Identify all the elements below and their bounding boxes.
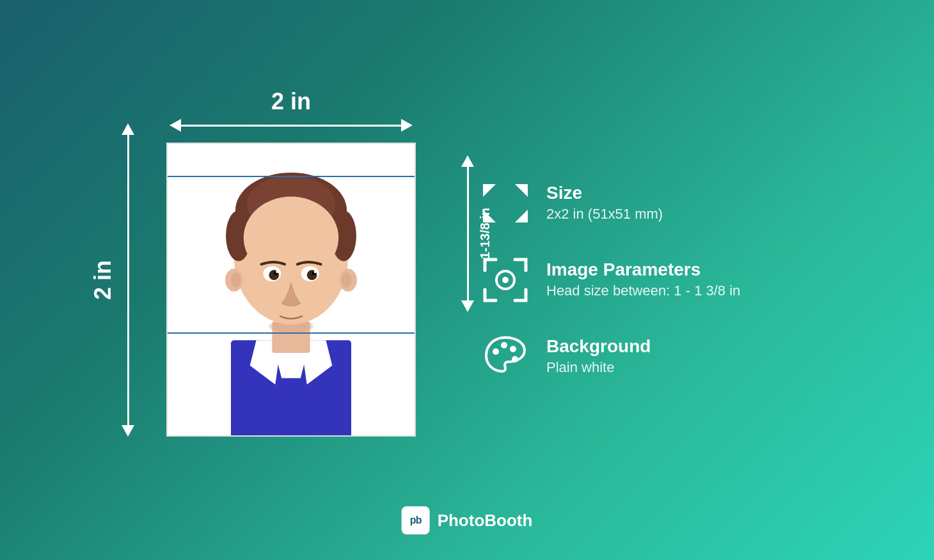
svg-point-31 bbox=[501, 342, 507, 348]
image-params-title: Image Parameters bbox=[546, 260, 740, 280]
arrow-head-right bbox=[401, 119, 413, 132]
head-measure-arrow: 1-13/8 in bbox=[461, 155, 493, 312]
head-arrow-body bbox=[467, 167, 469, 300]
person-illustration bbox=[168, 144, 415, 435]
photo-diagram: 2 in 2 in bbox=[134, 123, 416, 437]
background-text: Background Plain white bbox=[546, 331, 651, 376]
svg-point-22 bbox=[231, 272, 241, 288]
height-arrow: 2 in bbox=[90, 123, 134, 437]
width-arrow-line bbox=[170, 119, 413, 132]
arrow-head-down bbox=[122, 425, 134, 437]
height-label: 2 in bbox=[90, 260, 116, 300]
size-value: 2x2 in (51x51 mm) bbox=[546, 206, 663, 222]
svg-marker-25 bbox=[515, 184, 528, 197]
logo-badge: pb bbox=[402, 506, 430, 534]
svg-marker-27 bbox=[515, 210, 528, 222]
svg-point-18 bbox=[276, 270, 278, 273]
size-text: Size 2x2 in (51x51 mm) bbox=[546, 178, 663, 222]
svg-point-33 bbox=[512, 356, 518, 362]
arrow-head-left bbox=[170, 119, 181, 132]
size-title: Size bbox=[546, 183, 663, 203]
svg-point-19 bbox=[314, 270, 317, 273]
background-title: Background bbox=[546, 336, 651, 357]
image-params-item: Image Parameters Head size between: 1 - … bbox=[480, 254, 800, 306]
image-params-text: Image Parameters Head size between: 1 - … bbox=[546, 254, 740, 299]
palette-icon bbox=[480, 331, 531, 382]
svg-point-11 bbox=[244, 197, 338, 279]
head-line-bottom bbox=[168, 332, 416, 334]
size-item: Size 2x2 in (51x51 mm) bbox=[480, 178, 800, 229]
svg-point-30 bbox=[493, 348, 499, 355]
width-arrow: 2 in bbox=[166, 88, 416, 132]
head-line-top bbox=[168, 176, 416, 177]
logo-name: PhotoBooth bbox=[438, 511, 533, 531]
height-arrow-line bbox=[122, 123, 134, 437]
main-container: 2 in 2 in bbox=[0, 0, 934, 560]
head-arrow-up bbox=[461, 155, 474, 167]
photo-box bbox=[166, 143, 416, 437]
svg-point-32 bbox=[510, 346, 516, 352]
arrow-head-up bbox=[122, 123, 134, 135]
info-panel: Size 2x2 in (51x51 mm) bbox=[480, 178, 800, 382]
background-item: Background Plain white bbox=[480, 331, 800, 382]
head-arrow-line bbox=[461, 155, 474, 312]
arrow-body-v bbox=[127, 135, 129, 425]
image-params-value: Head size between: 1 - 1 3/8 in bbox=[546, 283, 740, 299]
arrow-body-h bbox=[181, 125, 401, 127]
width-label: 2 in bbox=[271, 88, 311, 115]
head-arrow-down bbox=[461, 300, 474, 312]
svg-point-29 bbox=[502, 277, 509, 283]
head-size-label: 1-13/8 in bbox=[478, 208, 493, 259]
background-value: Plain white bbox=[546, 359, 651, 376]
background-icon bbox=[480, 331, 531, 382]
bottom-logo: pb PhotoBooth bbox=[402, 506, 533, 534]
svg-point-23 bbox=[341, 272, 351, 288]
